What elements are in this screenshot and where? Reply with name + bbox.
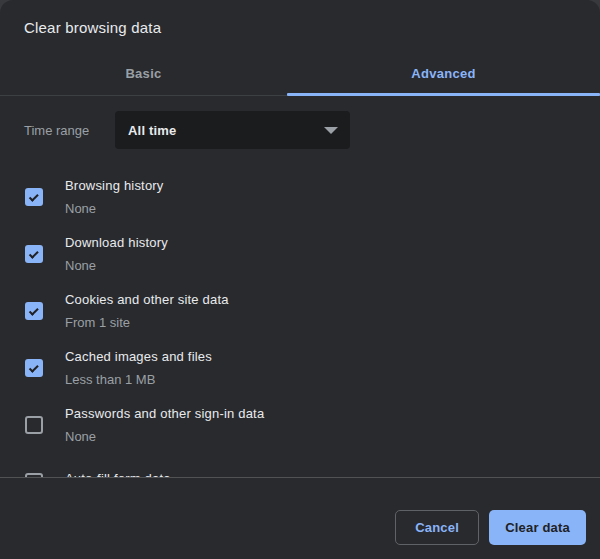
row-label: Passwords and other sign-in data: [65, 406, 264, 422]
time-range-row: Time range All time: [24, 111, 576, 149]
checkmark-icon: [28, 191, 38, 201]
row-sublabel: None: [65, 201, 164, 217]
tab-strip: Basic Advanced: [0, 52, 600, 96]
row-cached-images: Cached images and files Less than 1 MB: [24, 348, 576, 388]
download-history-checkbox[interactable]: [25, 245, 43, 263]
cancel-button[interactable]: Cancel: [395, 510, 479, 545]
tab-basic[interactable]: Basic: [0, 66, 287, 81]
checkmark-icon: [28, 305, 38, 315]
tab-advanced[interactable]: Advanced: [287, 66, 600, 81]
row-passwords: Passwords and other sign-in data None: [24, 405, 576, 445]
dialog-scroll-area[interactable]: Time range All time Browsing history Non…: [0, 96, 600, 477]
data-type-list: Browsing history None Download history N…: [24, 177, 576, 477]
row-sublabel: None: [65, 429, 264, 445]
row-sublabel: None: [65, 258, 168, 274]
time-range-value: All time: [128, 123, 324, 138]
cached-images-checkbox[interactable]: [25, 359, 43, 377]
row-autofill: Auto-fill form data: [24, 462, 576, 477]
checkmark-icon: [28, 248, 38, 258]
browsing-history-checkbox[interactable]: [25, 188, 43, 206]
passwords-checkbox[interactable]: [25, 416, 43, 434]
caret-down-icon: [324, 127, 338, 134]
cookies-checkbox[interactable]: [25, 302, 43, 320]
clear-browsing-data-dialog: Clear browsing data Basic Advanced Time …: [0, 0, 600, 559]
tab-advanced-label: Advanced: [411, 66, 476, 81]
clear-data-button[interactable]: Clear data: [489, 510, 586, 545]
row-cookies: Cookies and other site data From 1 site: [24, 291, 576, 331]
row-label: Browsing history: [65, 178, 164, 194]
dialog-header: Clear browsing data: [0, 0, 600, 52]
time-range-select[interactable]: All time: [115, 111, 350, 149]
active-tab-indicator: [287, 93, 600, 96]
dialog-title: Clear browsing data: [24, 19, 576, 36]
row-sublabel: Less than 1 MB: [65, 372, 212, 388]
row-download-history: Download history None: [24, 234, 576, 274]
dialog-footer: Cancel Clear data: [0, 477, 600, 559]
row-label: Cached images and files: [65, 349, 212, 365]
checkmark-icon: [28, 362, 38, 372]
time-range-label: Time range: [24, 123, 115, 138]
row-browsing-history: Browsing history None: [24, 177, 576, 217]
row-sublabel: From 1 site: [65, 315, 229, 331]
tab-basic-label: Basic: [125, 66, 161, 81]
row-label: Cookies and other site data: [65, 292, 229, 308]
row-label: Download history: [65, 235, 168, 251]
